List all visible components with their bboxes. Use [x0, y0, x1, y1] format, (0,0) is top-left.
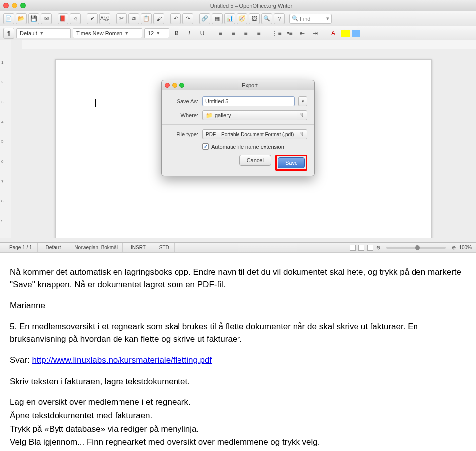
question-text: En medlemsoversikt i et regneark som ska…	[10, 322, 418, 344]
chart-button[interactable]: 📊	[224, 13, 235, 24]
decrease-indent-button[interactable]: ⇤	[297, 28, 308, 39]
formatting-toolbar: ¶ Default▾ Times New Roman▾ 12▾ B I U ≡ …	[0, 26, 476, 40]
help-button[interactable]: ?	[274, 13, 285, 24]
folder-icon: 📁	[206, 112, 213, 119]
align-right-button[interactable]: ≡	[240, 28, 251, 39]
export-dialog: Export Save As: Untitled 5 ▾ Where: 📁gal…	[161, 80, 315, 176]
auto-extension-checkbox[interactable]: ✓	[202, 143, 209, 150]
numbered-list-button[interactable]: ⋮≡	[271, 28, 282, 39]
font-size-combo[interactable]: 12▾	[144, 28, 169, 38]
article-p1: Nå kommer det automatisk en lagringsboks…	[10, 266, 466, 291]
export-pdf-button[interactable]: 📕	[58, 13, 68, 24]
save-as-value: Untitled 5	[205, 98, 228, 104]
page-style-status[interactable]: Default	[41, 243, 67, 252]
find-input[interactable]	[300, 16, 325, 22]
where-label: Where:	[169, 112, 198, 118]
find-dropdown-icon[interactable]: ▾	[326, 15, 329, 22]
print-button[interactable]: 🖨	[70, 13, 81, 24]
chevron-updown-icon: ⇅	[300, 132, 304, 137]
language-status[interactable]: Norwegian, Bokmål	[69, 243, 123, 252]
paste-button[interactable]: 📋	[141, 13, 152, 24]
format-paintbrush-button[interactable]: 🖌	[153, 13, 164, 24]
save-button-highlight: Save	[275, 155, 307, 171]
underline-button[interactable]: U	[197, 28, 208, 39]
view-single-page-icon[interactable]	[350, 245, 356, 251]
minimize-window-button[interactable]	[12, 3, 17, 8]
horizontal-ruler	[22, 40, 476, 49]
align-justify-button[interactable]: ≡	[253, 28, 264, 39]
background-color-button[interactable]	[352, 30, 360, 37]
increase-indent-button[interactable]: ⇥	[310, 28, 321, 39]
bullet-list-button[interactable]: •≡	[284, 28, 295, 39]
hyperlink-button[interactable]: 🔗	[199, 13, 210, 24]
zoom-out-icon[interactable]: ⊖	[376, 245, 380, 250]
where-value: gallery	[215, 112, 231, 118]
gallery-button[interactable]: 🖼	[249, 13, 260, 24]
vertical-ruler: 1 2 3 4 5 6 7 8 9	[0, 40, 11, 238]
highlight-button[interactable]	[341, 30, 350, 37]
article-answer: Svar: http://www.linuxlabs.no/kursmateri…	[10, 354, 466, 367]
font-combo[interactable]: Times New Roman▾	[73, 28, 142, 38]
align-left-button[interactable]: ≡	[215, 28, 226, 39]
redo-button[interactable]: ↷	[182, 13, 193, 24]
find-box[interactable]: 🔍 ▾	[289, 14, 332, 24]
styles-button[interactable]: ¶	[3, 28, 14, 39]
dialog-title-bar: Export	[162, 80, 314, 90]
article-signature: Marianne	[10, 300, 466, 312]
article-question: 5. En medlemsoversikt i et regneark som …	[10, 321, 466, 345]
main-toolbar: 📄 📂 💾 ✉ 📕 🖨 ✔ AⒶ ✂ ⧉ 📋 🖌 ↶ ↷ 🔗 ▦ 📊 🧭 🖼 🔍…	[0, 11, 476, 26]
align-center-button[interactable]: ≡	[228, 28, 238, 39]
copy-button[interactable]: ⧉	[128, 13, 139, 24]
font-size-value: 12	[148, 30, 154, 36]
where-select[interactable]: 📁gallery ⇅	[202, 110, 307, 120]
article-line3: Åpne tekstdokumentet med fakturaen.	[10, 410, 466, 422]
app-window: Untitled 5 – OpenOffice.org Writer 📄 📂 💾…	[0, 0, 476, 253]
zoom-in-icon[interactable]: ⊕	[452, 245, 456, 250]
article-line5: Velg Bla igjennom... Finn regnearket med…	[10, 436, 466, 449]
spellcheck-button[interactable]: ✔	[87, 13, 98, 24]
font-color-button[interactable]: A	[328, 28, 339, 39]
zoom-window-button[interactable]	[20, 3, 26, 8]
dialog-title: Export	[188, 82, 311, 88]
view-book-icon[interactable]	[367, 245, 373, 251]
cancel-button[interactable]: Cancel	[239, 155, 271, 166]
font-value: Times New Roman	[76, 30, 122, 36]
table-button[interactable]: ▦	[212, 13, 223, 24]
search-icon: 🔍	[292, 15, 298, 22]
view-multi-page-icon[interactable]	[358, 245, 364, 251]
answer-label: Svar:	[10, 355, 32, 365]
file-type-label: File type:	[169, 131, 198, 137]
italic-button[interactable]: I	[184, 28, 195, 39]
navigator-button[interactable]: 🧭	[237, 13, 247, 24]
chevron-updown-icon: ⇅	[300, 113, 304, 118]
zoom-button[interactable]: 🔍	[261, 13, 272, 24]
expand-save-panel-button[interactable]: ▾	[298, 96, 307, 106]
close-window-button[interactable]	[3, 3, 9, 8]
zoom-slider[interactable]	[386, 247, 446, 249]
dialog-close-button[interactable]	[165, 83, 170, 88]
text-cursor	[95, 99, 96, 107]
save-as-input[interactable]: Untitled 5	[202, 96, 295, 106]
open-button[interactable]: 📂	[16, 13, 27, 24]
article-line2: Lag en oversikt over medlemmene i et reg…	[10, 396, 466, 409]
dialog-save-button[interactable]: Save	[278, 157, 305, 168]
answer-link[interactable]: http://www.linuxlabs.no/kursmateriale/fl…	[32, 355, 212, 365]
insert-mode-status[interactable]: INSRT	[126, 243, 151, 252]
email-button[interactable]: ✉	[41, 13, 52, 24]
article-text: Nå kommer det automatisk en lagringsboks…	[0, 253, 476, 451]
bold-button[interactable]: B	[171, 28, 182, 39]
save-button[interactable]: 💾	[28, 13, 39, 24]
auto-spellcheck-button[interactable]: AⒶ	[99, 13, 110, 24]
cut-button[interactable]: ✂	[116, 13, 127, 24]
dialog-zoom-button[interactable]	[179, 83, 184, 88]
file-type-value: PDF – Portable Document Format (.pdf)	[206, 132, 294, 137]
dialog-minimize-button[interactable]	[172, 83, 177, 88]
file-type-select[interactable]: PDF – Portable Document Format (.pdf) ⇅	[202, 129, 307, 139]
window-title: Untitled 5 – OpenOffice.org Writer	[30, 3, 473, 9]
zoom-value[interactable]: 100%	[459, 245, 472, 250]
paragraph-style-combo[interactable]: Default▾	[16, 28, 71, 38]
page-status: Page 1 / 1	[4, 243, 38, 252]
new-doc-button[interactable]: 📄	[3, 13, 14, 24]
selection-mode-status[interactable]: STD	[154, 243, 175, 252]
undo-button[interactable]: ↶	[170, 13, 181, 24]
